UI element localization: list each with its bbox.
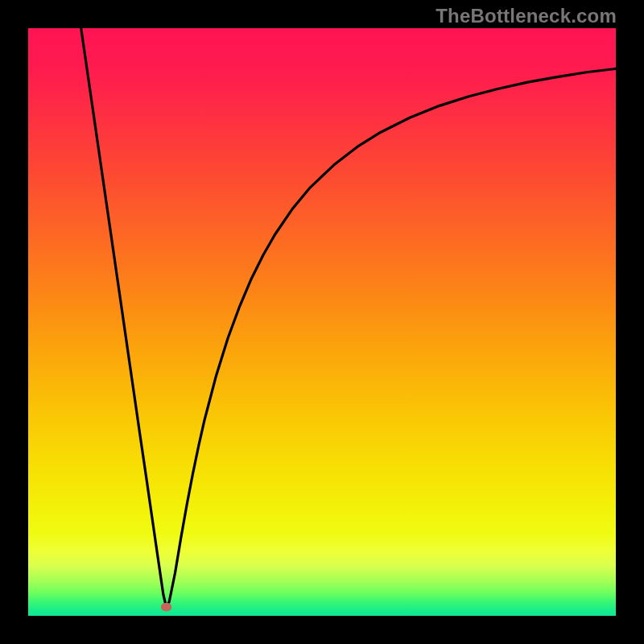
optimal-marker: [161, 603, 171, 611]
gradient-background: [28, 28, 616, 616]
chart-frame: TheBottleneck.com: [0, 0, 644, 644]
chart-plot: [28, 28, 616, 616]
watermark-text: TheBottleneck.com: [436, 5, 617, 27]
